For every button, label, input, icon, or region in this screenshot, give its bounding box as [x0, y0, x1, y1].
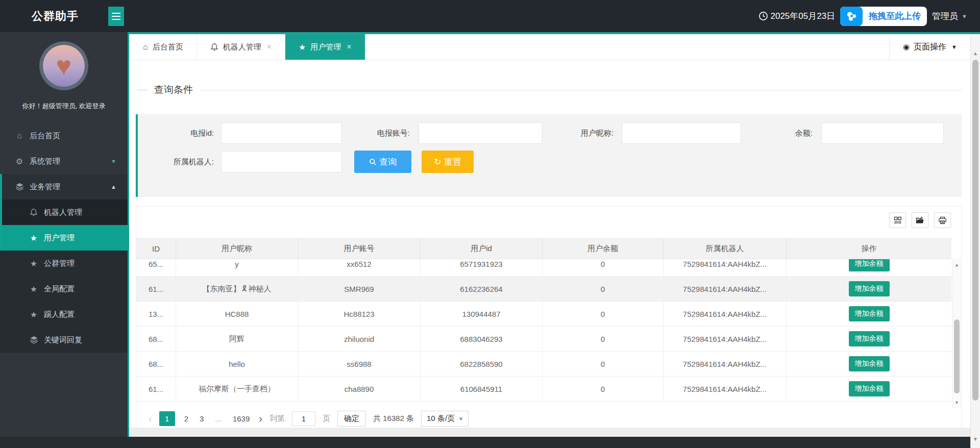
print-button[interactable] [934, 212, 951, 228]
date-display: 2025年05月23日 [758, 10, 835, 22]
balance-input[interactable] [821, 122, 944, 144]
search-button[interactable]: 查询 [354, 151, 411, 173]
tab-home[interactable]: ⌂ 后台首页 [129, 34, 197, 60]
page-size-label: 10 条/页 [427, 414, 455, 424]
tg-id-label: 电报id: [148, 122, 214, 144]
scrollbar-thumb[interactable] [972, 60, 978, 401]
column-header-bot[interactable]: 所属机器人 [664, 239, 787, 259]
table-row[interactable]: 13... HC888 Hc88123 130944487 0 75298416… [136, 302, 951, 327]
layers-icon [29, 336, 39, 344]
bot-input[interactable] [221, 151, 342, 172]
goto-prefix-label: 到第 [270, 414, 285, 424]
tab-user-mgmt[interactable]: ★ 用户管理 × [285, 32, 365, 60]
page-button-1[interactable]: 1 [159, 411, 175, 426]
page-button-3[interactable]: 3 [198, 414, 206, 423]
layers-icon [14, 183, 24, 191]
goto-page-input[interactable] [292, 411, 315, 426]
tab-label: 机器人管理 [223, 42, 261, 52]
close-icon[interactable]: × [267, 42, 272, 52]
table-row[interactable]: 68... hello ss6988 6822858590 0 75298416… [136, 352, 951, 377]
cell-nickname: 福尔摩斯（一手查档） [176, 377, 298, 401]
page-size-select[interactable]: 10 条/页 ∨ [421, 411, 469, 427]
export-button[interactable] [912, 212, 928, 228]
netdisk-icon [840, 7, 863, 26]
sidebar-item-kick-config[interactable]: ★ 踢人配置 [0, 302, 128, 327]
column-header-actions[interactable]: 操作 [787, 239, 951, 259]
page-button-2[interactable]: 2 [182, 414, 190, 423]
page-actions-dropdown[interactable]: ◉ 页面操作 ▼ [889, 34, 970, 60]
table-row[interactable]: 61... 【东南亚】🎗神秘人 SMR969 6162236264 0 7529… [136, 277, 951, 302]
next-page-button[interactable]: › [259, 413, 262, 425]
cell-id: 61... [136, 377, 176, 401]
column-header-id[interactable]: ID [136, 239, 176, 259]
column-header-uid[interactable]: 用户id [421, 239, 543, 259]
scrollbar-thumb[interactable] [954, 319, 960, 393]
scroll-down-icon[interactable]: ▼ [952, 400, 961, 405]
columns-filter-button[interactable] [889, 212, 906, 228]
reset-button[interactable]: ↻ 重置 [422, 151, 474, 173]
cell-id: 61... [136, 277, 176, 301]
upload-dropzone[interactable]: 拖拽至此上传 [840, 7, 927, 26]
sidebar-item-system[interactable]: ⚙ 系统管理 ▼ [0, 148, 128, 174]
app-root: 公群助手 2025年05月23日 拖拽至此上传 管理员 ▼ ♥ [0, 0, 980, 448]
star-icon: ★ [29, 259, 39, 268]
tg-account-input[interactable] [419, 122, 543, 144]
column-header-nickname[interactable]: 用户昵称 [176, 239, 298, 259]
table-row[interactable]: 65... y xx6512 6571931923 0 7529841614:A… [136, 259, 951, 277]
heart-icon: ♥ [56, 53, 72, 79]
page-actions-label: 页面操作 [914, 42, 946, 53]
top-navbar: 公群助手 2025年05月23日 拖拽至此上传 管理员 ▼ [0, 0, 980, 32]
prev-page-button[interactable]: ‹ [149, 413, 152, 425]
navbar-right: 2025年05月23日 拖拽至此上传 管理员 ▼ [758, 7, 967, 26]
table-row[interactable]: 68... 阿辉 zhiluonid 6883046293 0 75298416… [136, 327, 951, 352]
sidebar-item-global-config[interactable]: ★ 全局配置 [0, 276, 128, 302]
sidebar-item-label: 用户管理 [44, 233, 75, 243]
page-button-last[interactable]: 1639 [231, 414, 252, 423]
home-icon: ⌂ [143, 42, 148, 52]
tab-label: 用户管理 [310, 42, 341, 52]
cell-id: 68... [136, 352, 176, 376]
scroll-up-icon[interactable]: ▲ [971, 51, 980, 56]
scroll-down-icon[interactable]: ▼ [971, 436, 980, 442]
page-scrollbar[interactable]: ▲ ▼ [970, 34, 980, 448]
greeting-text: 你好！超级管理员, 欢迎登录 [0, 102, 128, 111]
add-balance-button[interactable]: 增加余额 [849, 259, 890, 271]
sidebar-item-label: 机器人管理 [44, 208, 82, 217]
user-menu[interactable]: 管理员 [932, 10, 958, 22]
column-header-account[interactable]: 用户账号 [298, 239, 421, 259]
sidebar-item-business[interactable]: 业务管理 ▲ [0, 174, 128, 200]
columns-icon [894, 216, 902, 225]
bottom-gray-strip [129, 428, 970, 437]
tab-label: 后台首页 [153, 42, 183, 52]
column-header-balance[interactable]: 用户余额 [543, 239, 664, 259]
sidebar-item-label: 业务管理 [30, 182, 60, 192]
print-icon [938, 216, 947, 225]
tab-robot-mgmt[interactable]: 机器人管理 × [197, 34, 285, 60]
cell-account: xx6512 [298, 259, 421, 276]
add-balance-button[interactable]: 增加余额 [849, 331, 890, 346]
scroll-up-icon[interactable]: ▲ [952, 262, 961, 267]
add-balance-button[interactable]: 增加余额 [849, 356, 890, 371]
cell-id: 68... [136, 327, 176, 351]
nickname-input[interactable] [622, 122, 741, 144]
sidebar-item-robot-mgmt[interactable]: 机器人管理 [0, 200, 128, 225]
chevron-down-icon[interactable]: ▼ [962, 13, 967, 19]
table-row[interactable]: 61... 福尔摩斯（一手查档） cha8890 6106845911 0 75… [136, 377, 951, 402]
upload-label: 拖拽至此上传 [863, 10, 927, 22]
goto-confirm-button[interactable]: 确定 [337, 411, 366, 427]
hamburger-menu-icon[interactable] [108, 7, 124, 26]
avatar[interactable]: ♥ [39, 41, 88, 90]
sidebar-item-group-mgmt[interactable]: ★ 公群管理 [0, 251, 128, 276]
sidebar-item-user-mgmt[interactable]: ★ 用户管理 [0, 225, 128, 251]
add-balance-button[interactable]: 增加余额 [849, 281, 890, 296]
cell-account: cha8890 [298, 377, 421, 401]
sidebar-item-keyword-reply[interactable]: 关键词回复 [0, 327, 128, 353]
sidebar-item-home[interactable]: ⌂ 后台首页 [0, 123, 128, 148]
total-count-label: 共 16382 条 [373, 414, 414, 424]
tg-id-input[interactable] [221, 122, 342, 144]
close-icon[interactable]: × [347, 42, 351, 52]
add-balance-button[interactable]: 增加余额 [849, 306, 890, 321]
add-balance-button[interactable]: 增加余额 [849, 381, 890, 396]
date-text: 2025年05月23日 [770, 10, 835, 22]
table-scrollbar[interactable]: ▲ ▼ [952, 259, 961, 408]
